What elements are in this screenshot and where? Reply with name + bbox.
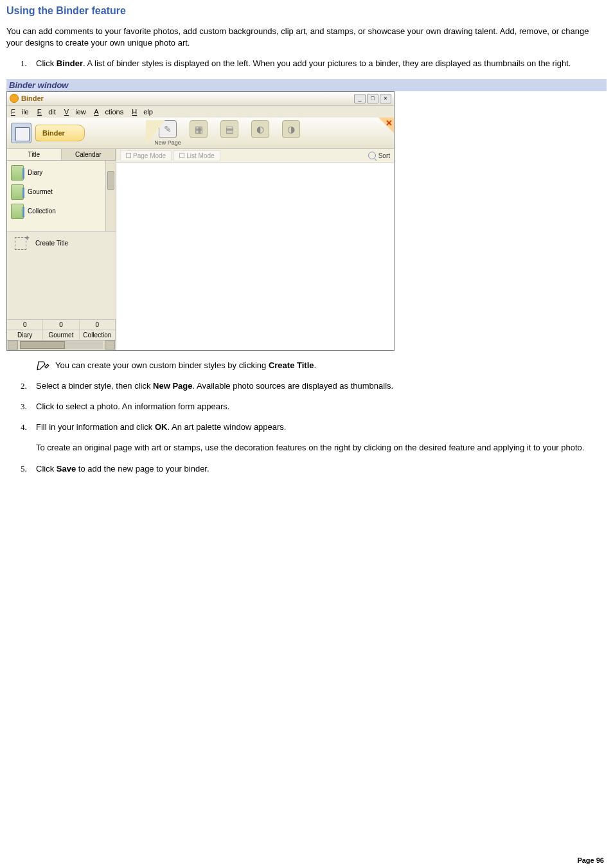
count-diary: 0 — [7, 320, 43, 330]
binder-tab[interactable]: Binder — [35, 125, 85, 141]
create-title-button[interactable]: Create Title — [7, 231, 116, 255]
tool-icon: ▤ — [220, 120, 238, 138]
tool-button-2[interactable]: ▦ — [187, 120, 210, 146]
style-item-collection[interactable]: Collection — [10, 202, 113, 221]
step-4: 4. Fill in your information and click OK… — [36, 421, 607, 454]
scrollbar-vertical[interactable] — [105, 161, 116, 231]
maximize-button[interactable]: □ — [367, 94, 378, 103]
step-2: 2. Select a binder style, then click New… — [36, 380, 607, 392]
tool-button-4[interactable]: ◐ — [249, 120, 272, 146]
menubar: File Edit View Actions Help — [7, 106, 394, 118]
screenshot-caption: Binder window — [6, 79, 607, 91]
tool-button-5[interactable]: ◑ — [280, 120, 303, 146]
intro-text: You can add comments to your favorite ph… — [6, 26, 607, 49]
count-label-gourmet: Gourmet — [43, 330, 79, 340]
sort-button[interactable]: Sort — [368, 152, 390, 159]
binder-style-icon — [11, 184, 24, 200]
magnifier-icon — [368, 152, 376, 159]
tool-icon: ◐ — [251, 120, 269, 138]
binder-style-icon — [11, 204, 24, 219]
step-5: 5. Click Save to add the new page to you… — [36, 463, 607, 475]
right-panel: Page Mode List Mode Sort — [116, 149, 394, 350]
binder-style-icon — [11, 165, 24, 181]
app-icon — [10, 94, 19, 103]
binder-icon — [11, 123, 31, 143]
menu-actions[interactable]: Actions — [94, 108, 123, 116]
close-button[interactable]: × — [380, 94, 391, 103]
toolbar-left: Binder — [7, 118, 142, 148]
menu-help[interactable]: Help — [132, 108, 153, 116]
tab-calendar[interactable]: Calendar — [62, 149, 116, 160]
window-title: Binder — [21, 94, 354, 102]
minimize-button[interactable]: _ — [354, 94, 366, 103]
left-panel: Title Calendar Diary Gourmet Collection … — [7, 149, 116, 350]
style-list: Diary Gourmet Collection — [7, 161, 116, 231]
tool-icon: ◑ — [282, 120, 300, 138]
count-label-collection: Collection — [80, 330, 116, 340]
panel-close-icon[interactable]: ✕ — [386, 118, 393, 128]
style-item-diary[interactable]: Diary — [10, 163, 113, 182]
list-mode-button[interactable]: List Mode — [173, 150, 220, 161]
menu-file[interactable]: File — [11, 108, 29, 116]
scrollbar-horizontal[interactable] — [7, 340, 116, 350]
step-3: 3. Click to select a photo. An informati… — [36, 401, 607, 412]
binder-window-screenshot: Binder _ □ × File Edit View Actions Help… — [6, 91, 395, 351]
create-title-icon — [15, 237, 26, 250]
page-title: Using the Binder feature — [6, 5, 607, 17]
tab-title[interactable]: Title — [7, 149, 62, 160]
style-item-gourmet[interactable]: Gourmet — [10, 182, 113, 202]
titlebar: Binder _ □ × — [7, 92, 394, 106]
count-gourmet: 0 — [43, 320, 79, 330]
note: You can create your own custom binder st… — [36, 360, 607, 371]
tool-button-3[interactable]: ▤ — [218, 120, 241, 146]
list-mode-icon — [179, 153, 184, 158]
note-icon — [36, 360, 50, 371]
menu-edit[interactable]: Edit — [37, 108, 56, 116]
page-mode-icon — [126, 153, 131, 158]
step-1: 1. Click Binder. A list of binder styles… — [36, 58, 607, 69]
tool-icon: ▦ — [190, 120, 208, 138]
thumbnail-area — [116, 163, 394, 334]
page-mode-button[interactable]: Page Mode — [120, 150, 172, 161]
count-collection: 0 — [80, 320, 116, 330]
toolbar-right: ✎ New Page ▦ ▤ ◐ ◑ ✕ — [142, 118, 394, 148]
count-label-diary: Diary — [7, 330, 43, 340]
menu-view[interactable]: View — [64, 108, 86, 116]
